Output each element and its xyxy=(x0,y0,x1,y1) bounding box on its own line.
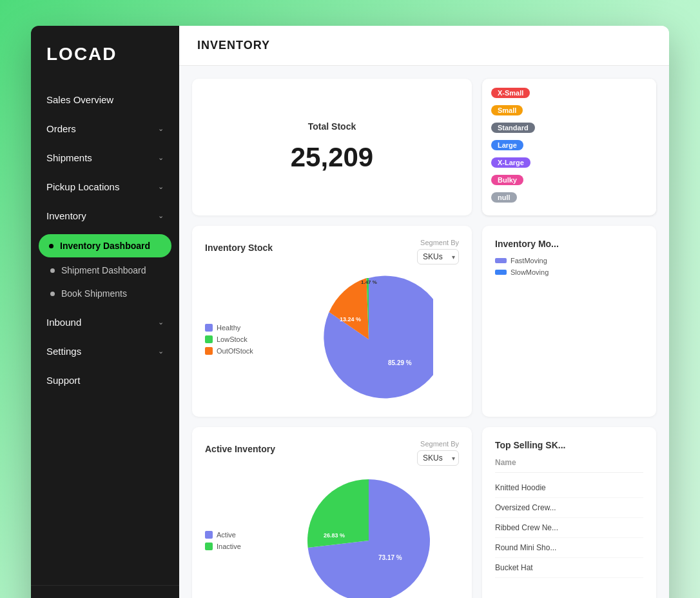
active-inventory-title: Active Inventory xyxy=(205,444,275,454)
segment-select-wrapper[interactable]: SKUs xyxy=(417,249,459,264)
legend-active: Active xyxy=(205,531,263,539)
legend-fastmoving: FastMoving xyxy=(495,257,643,264)
sidebar-item-support[interactable]: Support xyxy=(31,366,179,395)
badge-null: null xyxy=(491,192,517,203)
chevron-down-icon: ⌄ xyxy=(158,212,164,220)
sidebar-item-settings[interactable]: Settings ⌄ xyxy=(31,337,179,366)
svg-text:85.29 %: 85.29 % xyxy=(388,359,412,366)
movement-legend: FastMoving SlowMoving xyxy=(495,257,643,276)
sidebar-item-inventory[interactable]: Inventory ⌄ xyxy=(31,201,179,230)
sidebar-nav: Sales Overview Orders ⌄ Shipments ⌄ Pick… xyxy=(31,80,179,585)
badge-small: Small xyxy=(491,105,523,115)
active-inventory-card: Active Inventory Segment By SKUs xyxy=(192,427,472,598)
badge-bulky: Bulky xyxy=(491,175,523,185)
table-row: Ribbed Crew Ne... xyxy=(495,518,643,538)
chevron-down-icon: ⌄ xyxy=(158,154,164,162)
app-container: LOCAD Sales Overview Orders ⌄ Shipments … xyxy=(31,26,669,598)
legend-dot-healthy xyxy=(205,324,213,332)
active-inventory-pie: 73.17 % 26.83 % xyxy=(278,476,459,598)
inventory-movement-card: Inventory Mo... FastMoving SlowMoving xyxy=(482,226,656,417)
active-inventory-chart-container: Active Inactive xyxy=(205,476,459,598)
inventory-stock-legend: Healthy LowStock OutOfStock xyxy=(205,324,263,355)
sidebar: LOCAD Sales Overview Orders ⌄ Shipments … xyxy=(31,26,179,598)
segment-label: Segment By xyxy=(420,239,459,246)
svg-text:73.17 %: 73.17 % xyxy=(378,554,402,561)
inventory-stock-title: Inventory Stock xyxy=(205,243,273,253)
page-header: INVENTORY xyxy=(179,26,669,66)
legend-inactive: Inactive xyxy=(205,543,263,550)
sidebar-item-shipment-dashboard[interactable]: Shipment Dashboard xyxy=(31,259,179,282)
svg-text:13.24 %: 13.24 % xyxy=(340,316,361,323)
legend-dot-slow xyxy=(495,270,507,275)
dot-icon xyxy=(50,292,55,296)
inventory-movement-title: Inventory Mo... xyxy=(495,239,643,249)
top-selling-card: Top Selling SK... Name Knitted Hoodie Ov… xyxy=(482,427,656,598)
sidebar-item-pickup-locations[interactable]: Pickup Locations ⌄ xyxy=(31,172,179,201)
badge-xsmall: X-Small xyxy=(491,88,530,98)
page-title: INVENTORY xyxy=(197,39,651,52)
legend-dot-outofstock xyxy=(205,347,213,355)
inventory-stock-card: Inventory Stock Segment By SKUs xyxy=(192,226,472,417)
table-row: Round Mini Sho... xyxy=(495,538,643,558)
sidebar-item-orders[interactable]: Orders ⌄ xyxy=(31,114,179,143)
sidebar-item-inbound[interactable]: Inbound ⌄ xyxy=(31,308,179,337)
active-inventory-legend: Active Inactive xyxy=(205,531,263,550)
badge-xlarge: X-Large xyxy=(491,157,530,168)
svg-text:1.47 %: 1.47 % xyxy=(361,279,377,285)
legend-dot-lowstock xyxy=(205,335,213,343)
chevron-down-icon: ⌄ xyxy=(158,183,164,191)
table-row: Knitted Hoodie xyxy=(495,478,643,498)
legend-dot-fast xyxy=(495,258,507,263)
segment-by-container: Segment By SKUs xyxy=(417,239,459,264)
legend-dot-active xyxy=(205,531,213,539)
chevron-down-icon: ⌄ xyxy=(158,347,164,355)
sidebar-item-book-shipments[interactable]: Book Shipments xyxy=(31,282,179,305)
legend-lowstock: LowStock xyxy=(205,335,263,343)
total-stock-value: 25,209 xyxy=(291,142,373,173)
top-selling-col-name: Name xyxy=(495,458,643,473)
legend-healthy: Healthy xyxy=(205,324,263,332)
logo: LOCAD xyxy=(31,26,179,80)
table-row: Bucket Hat xyxy=(495,558,643,578)
svg-text:26.83 %: 26.83 % xyxy=(324,532,345,539)
active-segment-label: Segment By xyxy=(420,440,459,448)
active-segment-by: Segment By SKUs xyxy=(417,440,459,466)
dot-icon xyxy=(50,268,55,273)
inventory-stock-header: Inventory Stock Segment By SKUs xyxy=(205,239,459,264)
inventory-stock-chart-container: Healthy LowStock OutOfStock xyxy=(205,275,459,404)
top-selling-title: Top Selling SK... xyxy=(495,440,643,450)
badge-standard: Standard xyxy=(491,123,535,133)
dot-icon xyxy=(49,244,53,248)
sidebar-footer: ⏻ John Smith Locad Shipping xyxy=(31,585,179,598)
active-segment-select[interactable]: SKUs xyxy=(417,450,459,466)
sidebar-item-shipments[interactable]: Shipments ⌄ xyxy=(31,143,179,172)
inventory-sub-items: Inventory Dashboard Shipment Dashboard B… xyxy=(31,230,179,308)
sidebar-item-inventory-dashboard[interactable]: Inventory Dashboard xyxy=(39,234,171,257)
inventory-stock-pie: 85.29 % 13.24 % 1.47 % xyxy=(278,275,459,404)
legend-dot-inactive xyxy=(205,543,213,550)
total-stock-card: Total Stock 25,209 xyxy=(192,79,472,215)
active-segment-select-wrapper[interactable]: SKUs xyxy=(417,450,459,466)
main-content: INVENTORY Total Stock 25,209 Healthy 58 … xyxy=(179,26,669,598)
segment-select[interactable]: SKUs xyxy=(417,249,459,264)
size-badges-card: X-Small Small Standard Large X-Large Bul… xyxy=(482,79,656,215)
chevron-down-icon: ⌄ xyxy=(158,318,164,326)
legend-outofstock: OutOfStock xyxy=(205,347,263,355)
table-row: Oversized Crew... xyxy=(495,498,643,518)
legend-slowmoving: SlowMoving xyxy=(495,268,643,276)
badge-large: Large xyxy=(491,140,523,150)
chevron-down-icon: ⌄ xyxy=(158,125,164,133)
sidebar-item-sales-overview[interactable]: Sales Overview xyxy=(31,85,179,114)
content-area: Total Stock 25,209 Healthy 58 LowStock 1… xyxy=(179,66,669,598)
total-stock-label: Total Stock xyxy=(291,121,373,132)
active-inventory-header: Active Inventory Segment By SKUs xyxy=(205,440,459,466)
